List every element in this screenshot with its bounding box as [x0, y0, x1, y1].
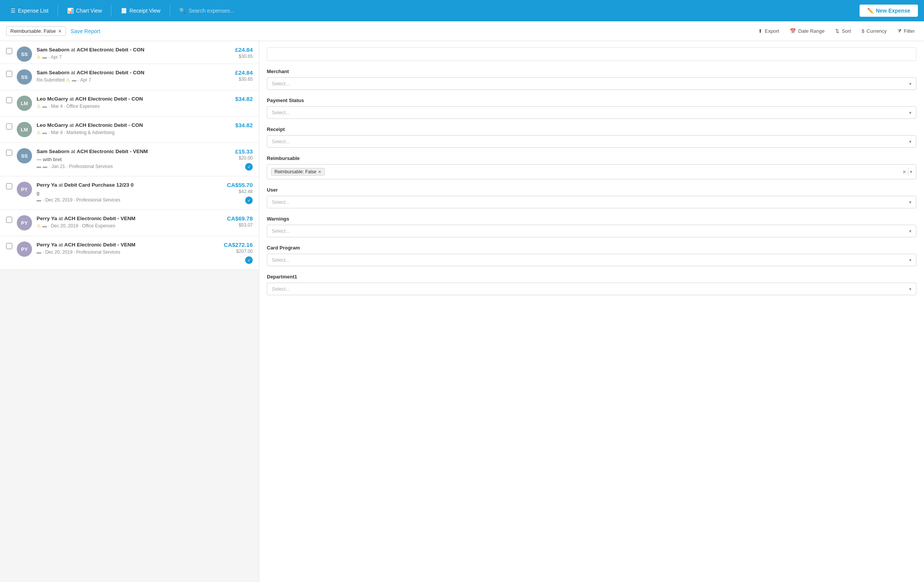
expense-meta: ⚠ ▬ · Apr 7 [36, 54, 231, 60]
filter-button[interactable]: ⧩ Filter [894, 27, 918, 36]
table-row[interactable]: LM Leo McGarry at ACH Electronic Debit -… [0, 117, 259, 143]
warning-icon: ⚠ [36, 130, 41, 135]
reimbursable-tag-remove[interactable]: ✕ [318, 169, 321, 174]
receipt-file-icon: ▬ [72, 77, 76, 83]
verified-badge: ✓ [245, 197, 253, 204]
amount-secondary: $207.00 [236, 249, 253, 254]
expense-title: Perry Ya at ACH Electronic Debit - VENM [36, 215, 222, 222]
verified-badge: ✓ [245, 256, 253, 264]
nav-divider-2 [111, 5, 111, 16]
department-label: Department1 [267, 274, 916, 279]
currency-button[interactable]: $ Currency [858, 27, 890, 35]
reimbursable-select[interactable]: Reimbursable: False ✕ ✕ ▾ [267, 164, 916, 179]
amount-primary: £15.33 [235, 148, 253, 155]
table-row[interactable]: LM Leo McGarry at ACH Electronic Debit -… [0, 90, 259, 117]
table-row[interactable]: SS Sam Seaborn at ACH Electronic Debit -… [0, 64, 259, 90]
new-expense-button[interactable]: ✏️ New Expense [860, 5, 918, 17]
amount-secondary: $30.65 [239, 54, 253, 59]
card-program-label: Card Program [267, 245, 916, 251]
receipt-select[interactable]: Select... ▾ [267, 135, 916, 148]
table-row[interactable]: PY Perry Ya at Debit Card Purchase 12/23… [0, 176, 259, 210]
sort-icon: ⇅ [835, 28, 839, 34]
calendar-icon: 📅 [790, 28, 796, 34]
receipt-icon: 🧾 [120, 8, 127, 14]
active-filter-tag: Reimbursable: False ✕ [6, 26, 66, 36]
expense-content: Sam Seaborn at ACH Electronic Debit - CO… [36, 69, 231, 84]
pencil-icon: ✏️ [867, 8, 874, 14]
search-area: 🔍 Search expenses... [175, 5, 239, 17]
nav-chart-view[interactable]: 📊 Chart View [63, 5, 106, 17]
table-row[interactable]: PY Perry Ya at ACH Electronic Debit - VE… [0, 236, 259, 270]
expense-checkbox[interactable] [6, 150, 12, 156]
expense-content: Perry Ya at Debit Card Purchase 12/23 0 … [36, 182, 222, 203]
top-filter-input[interactable] [267, 47, 916, 61]
table-row[interactable]: SS Sam Seaborn at ACH Electronic Debit -… [0, 41, 259, 64]
amount-primary: £24.84 [235, 46, 253, 53]
nav-receipt-view[interactable]: 🧾 Receipt View [116, 5, 165, 17]
card-program-filter-section: Card Program Select... ▾ [267, 245, 916, 266]
sort-button[interactable]: ⇅ Sort [832, 27, 854, 35]
expense-checkbox[interactable] [6, 48, 12, 54]
user-select[interactable]: Select... ▾ [267, 196, 916, 208]
table-row[interactable]: PY Perry Ya at ACH Electronic Debit - VE… [0, 210, 259, 236]
receipt-file-icon: ▬ [42, 130, 47, 135]
expense-checkbox[interactable] [6, 123, 12, 130]
warnings-select[interactable]: Select... ▾ [267, 225, 916, 237]
amount-primary: CA$69.78 [227, 215, 253, 222]
filter-tag-remove[interactable]: ✕ [58, 29, 62, 34]
expense-checkbox[interactable] [6, 217, 12, 223]
expense-checkbox[interactable] [6, 71, 12, 77]
avatar: PY [17, 215, 32, 230]
divider [908, 168, 908, 176]
save-report-button[interactable]: Save Report [71, 28, 100, 34]
warning-icon: ⚠ [36, 104, 41, 109]
expense-checkbox[interactable] [6, 97, 12, 103]
chevron-down-icon: ▾ [909, 286, 911, 292]
amount-primary: CA$55.70 [227, 182, 253, 188]
merchant-select[interactable]: Select... ▾ [267, 77, 916, 90]
reimbursable-value: Reimbursable: False [274, 169, 317, 174]
merchant-placeholder: Select... [272, 81, 290, 87]
export-button[interactable]: ⬆ Export [755, 27, 782, 35]
avatar: PY [17, 182, 32, 197]
expense-checkbox[interactable] [6, 243, 12, 249]
department-select[interactable]: Select... ▾ [267, 283, 916, 295]
expense-title: Sam Seaborn at ACH Electronic Debit - VE… [36, 148, 231, 155]
receipt-placeholder: Select... [272, 139, 290, 145]
receipt-file-icon: ▬ [42, 54, 47, 60]
date-range-button[interactable]: 📅 Date Range [787, 27, 828, 35]
clear-reimbursable-button[interactable]: ✕ [902, 169, 906, 175]
chevron-down-icon: ▾ [909, 81, 911, 87]
payment-status-placeholder: Select... [272, 110, 290, 115]
receipt-file-icon: ▬ [42, 104, 47, 109]
expense-amount: CA$69.78 $53.07 [227, 215, 253, 228]
merchant-filter-section: Merchant Select... ▾ [267, 69, 916, 90]
expense-title: Perry Ya at Debit Card Purchase 12/23 0 [36, 182, 222, 189]
expense-checkbox[interactable] [6, 183, 12, 189]
chevron-down-icon: ▾ [909, 258, 911, 263]
expense-amount: £24.84 $30.65 [235, 69, 253, 82]
reimbursable-select-right: ✕ ▾ [902, 168, 912, 176]
search-placeholder-text[interactable]: Search expenses... [189, 8, 234, 14]
table-row[interactable]: SS Sam Seaborn at ACH Electronic Debit -… [0, 143, 259, 176]
expense-content: Sam Seaborn at ACH Electronic Debit - CO… [36, 46, 231, 60]
amount-primary: CA$272.16 [224, 242, 253, 248]
expense-amount: $34.82 [235, 95, 253, 102]
expense-list: SS Sam Seaborn at ACH Electronic Debit -… [0, 41, 259, 582]
receipt-file-icon: ▬ [42, 223, 47, 229]
user-label: User [267, 187, 916, 193]
expense-date: · Mar 4 · Marketing & Advertising [48, 130, 114, 135]
expense-amount: £24.84 $30.65 [235, 46, 253, 59]
receipt-file-icon-2: ▬ [43, 164, 47, 169]
expense-subtitle-extra: — with bret [36, 156, 231, 163]
receipt-label: Receipt [267, 127, 916, 132]
top-navigation: ☰ Expense List 📊 Chart View 🧾 Receipt Vi… [0, 0, 924, 21]
expense-meta: ⚠ ▬ · Mar 4 · Marketing & Advertising [36, 130, 231, 135]
warnings-filter-section: Warnings Select... ▾ [267, 216, 916, 237]
expense-date: · Mar 4 · Office Expenses [48, 104, 100, 109]
payment-status-select[interactable]: Select... ▾ [267, 106, 916, 119]
card-program-select[interactable]: Select... ▾ [267, 254, 916, 266]
payment-status-filter-section: Payment Status Select... ▾ [267, 97, 916, 119]
nav-expense-list[interactable]: ☰ Expense List [6, 5, 53, 17]
department-placeholder: Select... [272, 286, 290, 292]
